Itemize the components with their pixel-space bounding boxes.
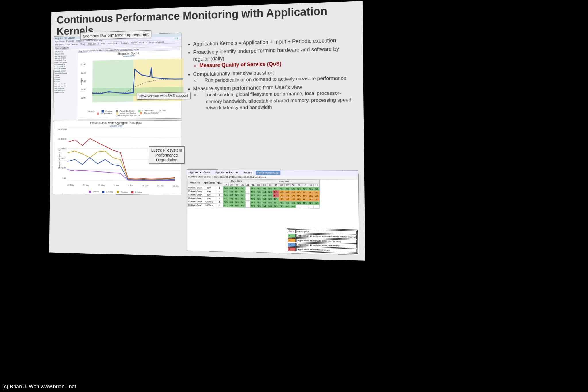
status-cell[interactable] [308, 205, 314, 208]
status-cell[interactable] [246, 200, 250, 204]
status-cell[interactable]: N/1 [308, 187, 313, 191]
start-value[interactable]: 2021-05-27 [220, 176, 232, 178]
tab-viewer[interactable]: App Kernel Viewer [188, 170, 212, 175]
status-cell[interactable]: N/1 [267, 194, 273, 198]
status-cell[interactable]: N/1 [267, 197, 273, 201]
status-cell[interactable]: U/1 [302, 198, 308, 201]
status-cell[interactable]: N/1 [267, 190, 273, 194]
status-cell[interactable]: N/1 [256, 204, 262, 208]
status-cell[interactable]: N/1 [240, 200, 246, 204]
status-cell[interactable]: U/1 [290, 198, 296, 201]
status-cell[interactable]: N/1 [267, 204, 273, 208]
refresh-button[interactable]: Refresh [250, 176, 259, 178]
status-cell[interactable]: N/1 [296, 187, 302, 191]
status-cell[interactable]: N/1 [223, 204, 229, 207]
status-cell[interactable]: N/1 [229, 193, 234, 197]
status-cell[interactable]: N/1 [240, 190, 246, 193]
status-cell[interactable]: N/1 [229, 204, 234, 207]
status-cell[interactable]: N/1 [296, 201, 302, 205]
status-cell[interactable]: N/1 [267, 201, 273, 204]
status-cell[interactable]: U/1 [296, 198, 302, 201]
tab-reports[interactable]: Reports [242, 171, 254, 175]
status-cell[interactable]: N/1 [256, 197, 262, 200]
status-cell[interactable]: N/1 [285, 204, 290, 208]
status-cell[interactable]: N/1 [234, 197, 240, 200]
status-cell[interactable]: N/1 [261, 187, 267, 190]
status-cell[interactable]: F/1 [273, 194, 279, 198]
status-cell[interactable]: N/1 [234, 204, 240, 207]
status-cell[interactable]: N/1 [240, 186, 246, 190]
duration-value[interactable]: User Defined [198, 175, 211, 178]
status-cell[interactable]: U/1 [302, 194, 308, 198]
status-cell[interactable]: N/1 [273, 201, 279, 204]
status-cell[interactable]: N/1 [229, 190, 234, 193]
status-cell[interactable]: U/1 [314, 198, 320, 202]
status-cell[interactable]: U/1 [308, 194, 314, 198]
status-cell[interactable]: N/1 [234, 200, 240, 204]
status-cell[interactable]: N/1 [229, 200, 234, 204]
status-cell[interactable]: N/1 [314, 187, 320, 191]
status-cell[interactable] [246, 204, 250, 207]
status-cell[interactable]: U/1 [279, 190, 284, 194]
status-cell[interactable] [302, 205, 308, 208]
status-cell[interactable]: N/1 [223, 200, 229, 204]
status-cell[interactable]: U/1 [285, 190, 290, 194]
status-cell[interactable]: U/1 [279, 197, 285, 201]
status-cell[interactable]: N/1 [250, 197, 256, 200]
status-cell[interactable]: U/1 [290, 194, 296, 198]
status-cell[interactable] [246, 186, 250, 190]
tab-reports[interactable]: Reports [76, 40, 84, 42]
end-value[interactable]: 2021-06-15 [238, 176, 250, 178]
status-cell[interactable]: N/1 [234, 190, 240, 193]
status-cell[interactable]: N/1 [267, 187, 273, 190]
status-cell[interactable] [246, 190, 250, 194]
status-cell[interactable]: N/1 [262, 201, 267, 204]
status-cell[interactable]: N/1 [262, 194, 267, 197]
status-cell[interactable]: N/1 [285, 187, 290, 191]
status-cell[interactable]: N/1 [302, 201, 308, 205]
status-cell[interactable]: U/1 [285, 198, 290, 201]
print-button[interactable]: Print [139, 41, 144, 44]
status-cell[interactable]: U/1 [308, 191, 314, 194]
status-cell[interactable] [246, 197, 250, 200]
status-cell[interactable]: N/1 [290, 204, 296, 208]
status-cell[interactable]: N/1 [256, 187, 262, 190]
status-cell[interactable]: N/1 [256, 201, 262, 204]
status-cell[interactable]: N/1 [229, 186, 234, 190]
status-cell[interactable]: N/1 [273, 187, 279, 190]
tab-explorer[interactable]: App Kernel Explorer [214, 170, 240, 175]
status-cell[interactable]: N/1 [223, 190, 229, 193]
start-value[interactable]: 2021-02-18 [88, 43, 99, 45]
tab-explorer[interactable]: App Kernel Explorer [55, 40, 74, 43]
status-cell[interactable]: N/1 [262, 204, 267, 208]
export-button[interactable]: Export [131, 41, 137, 44]
status-cell[interactable]: N/1 [223, 186, 229, 190]
status-cell[interactable] [296, 205, 302, 208]
status-cell[interactable]: N/1 [234, 193, 240, 197]
status-cell[interactable]: N/1 [308, 201, 314, 205]
status-cell[interactable]: N/1 [250, 187, 256, 190]
status-cell[interactable]: N/1 [262, 190, 267, 194]
status-cell[interactable]: F/1 [273, 190, 279, 194]
status-cell[interactable]: N/1 [273, 197, 279, 201]
status-cell[interactable]: U/1 [285, 194, 290, 198]
status-cell[interactable]: N/1 [240, 204, 246, 207]
status-cell[interactable]: N/1 [240, 197, 246, 200]
status-cell[interactable]: U/1 [308, 198, 314, 201]
status-cell[interactable]: U/1 [314, 191, 320, 194]
status-cell[interactable]: U/1 [314, 194, 320, 198]
status-cell[interactable]: U/1 [290, 190, 296, 194]
end-value[interactable]: 2021-03-01 [108, 42, 119, 45]
status-cell[interactable]: N/1 [314, 201, 320, 205]
export-button[interactable]: Export [259, 176, 266, 179]
status-cell[interactable]: N/1 [302, 187, 308, 191]
change-indicators-button[interactable]: Change Indicators [146, 40, 164, 43]
status-cell[interactable]: N/1 [223, 193, 229, 197]
duration-value[interactable]: User Defined [66, 43, 78, 46]
status-cell[interactable]: N/1 [250, 204, 256, 208]
status-cell[interactable]: N/1 [273, 204, 279, 208]
status-cell[interactable]: N/1 [290, 201, 296, 205]
status-cell[interactable]: N/1 [290, 187, 296, 191]
status-cell[interactable]: N/1 [250, 194, 256, 197]
kernel-tree[interactable]: GROMACS Ookami-OSS App kernel exec App k… [53, 50, 79, 132]
